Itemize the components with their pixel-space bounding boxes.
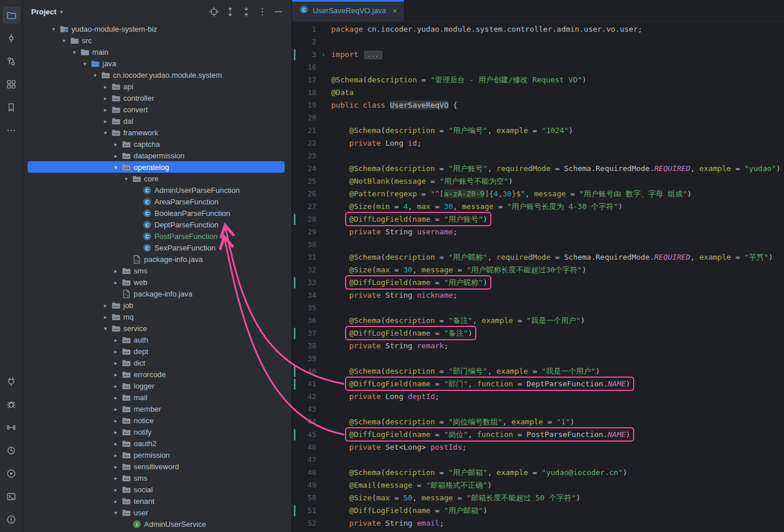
line-number[interactable]: 16 [292, 61, 327, 74]
tree-item-yudao-module-system-biz[interactable]: ▾yudao-module-system-biz [23, 23, 291, 35]
code-line[interactable]: 49 @Email(message = "邮箱格式不正确") [292, 479, 784, 492]
fold-indicator-icon[interactable]: › [321, 48, 325, 61]
tree-item-package-info-java[interactable]: package-info.java [23, 253, 291, 265]
chevron-right-icon[interactable]: ▸ [111, 429, 121, 435]
tree-item-adminuserservice[interactable]: IAdminUserService [23, 518, 291, 530]
code-line-text[interactable]: @Schema(description = "岗位编号数组", example … [327, 416, 784, 428]
more-icon[interactable] [3, 121, 20, 139]
chevron-down-icon[interactable]: ▾ [100, 130, 111, 136]
line-number[interactable]: 46 [292, 441, 327, 454]
tree-item-datapermission[interactable]: ▸datapermission [23, 150, 291, 161]
tree-item-tenant[interactable]: ▸tenant [23, 495, 291, 507]
tree-item-captcha[interactable]: ▸captcha [23, 138, 291, 150]
code-line-text[interactable]: @Size(max = 30, message = "用户昵称长度不能超过30个… [327, 264, 784, 276]
chevron-right-icon[interactable]: ▸ [111, 348, 121, 355]
line-number[interactable]: 42 [292, 390, 327, 403]
line-number[interactable]: 21 [292, 124, 327, 137]
tree-item-cn-iocoder-yudao-module-system[interactable]: ▾cn.iocoder.yudao.module.system [23, 69, 291, 81]
tree-item-sms[interactable]: ▸sms [23, 265, 291, 276]
line-number[interactable]: 26 [292, 188, 327, 200]
chevron-right-icon[interactable]: ▸ [111, 452, 121, 458]
build-icon[interactable] [3, 419, 20, 436]
tab-usersavereqvo-java[interactable]: C UserSaveReqVO.java × [292, 0, 404, 21]
code-line-text[interactable]: import ... [327, 48, 784, 61]
code-line[interactable]: 2 [292, 36, 784, 48]
chevron-right-icon[interactable]: ▸ [111, 360, 121, 366]
tree-item-permission[interactable]: ▸permission [23, 449, 291, 461]
code-line-text[interactable] [327, 454, 784, 466]
project-view-selector[interactable]: Project ▾ [31, 7, 63, 16]
close-icon[interactable]: × [392, 6, 397, 16]
chevron-right-icon[interactable]: ▸ [100, 107, 111, 113]
code-line-text[interactable]: @Pattern(regexp = "^[a-zA-Z0-9]{4,30}$",… [327, 188, 784, 200]
code-line[interactable]: 17@Schema(description = "管理后台 - 用户创建/修改 … [292, 74, 784, 86]
code-line[interactable]: 52 private String email; [292, 517, 784, 530]
line-number[interactable]: 3› [292, 48, 327, 61]
tree-item-core[interactable]: ▾core [23, 173, 291, 184]
line-number[interactable]: 30 [292, 238, 327, 251]
tree-item-deptparsefunction[interactable]: CDeptParseFunction [23, 219, 291, 230]
tree-item-auth[interactable]: ▸auth [23, 334, 291, 345]
tree-item-oauth2[interactable]: ▸oauth2 [23, 438, 291, 449]
code-line-text[interactable]: @DiffLogField(name = "岗位", function = Po… [327, 428, 784, 441]
line-number[interactable]: 37 [292, 327, 327, 340]
code-line[interactable]: 44 @Schema(description = "岗位编号数组", examp… [292, 416, 784, 428]
tree-item-areaparsefunction[interactable]: CAreaParseFunction [23, 196, 291, 207]
chevron-right-icon[interactable]: ▸ [111, 337, 121, 343]
line-number[interactable]: 2 [292, 36, 327, 48]
code-line-text[interactable]: @Schema(description = "部门编号", example = … [327, 365, 784, 378]
chevron-right-icon[interactable]: ▸ [111, 406, 121, 412]
code-line-text[interactable]: private String username; [327, 226, 784, 238]
code-line[interactable]: 32 @Size(max = 30, message = "用户昵称长度不能超过… [292, 264, 784, 276]
tree-item-booleanparsefunction[interactable]: CBooleanParseFunction [23, 207, 291, 219]
chevron-right-icon[interactable]: ▸ [100, 118, 111, 124]
services-icon[interactable] [3, 373, 20, 390]
code-line[interactable]: 36 @Schema(description = "备注", example =… [292, 314, 784, 327]
code-line-text[interactable] [327, 36, 784, 48]
line-number[interactable]: 44 [292, 416, 327, 428]
tree-item-web[interactable]: ▸web [23, 276, 291, 288]
code-line-text[interactable]: private String email; [327, 517, 784, 530]
tree-item-sexparsefunction[interactable]: CSexParseFunction [23, 242, 291, 253]
line-number[interactable]: 38 [292, 340, 327, 352]
chevron-right-icon[interactable]: ▸ [111, 371, 121, 378]
kebab-icon[interactable] [257, 7, 267, 17]
code-line-text[interactable]: private Set<Long> postIds; [327, 441, 784, 454]
code-line[interactable]: 22 private Long id; [292, 137, 784, 150]
line-number[interactable]: 47 [292, 454, 327, 466]
code-line-text[interactable]: @NotBlank(message = "用户账号不能为空") [327, 175, 784, 188]
line-number[interactable]: 18 [292, 86, 327, 99]
code-line-text[interactable]: package cn.iocoder.yudao.module.system.c… [327, 23, 784, 36]
code-line-text[interactable]: private Long id; [327, 137, 784, 150]
code-line-text[interactable] [327, 150, 784, 162]
line-number[interactable]: 17 [292, 74, 327, 86]
line-number[interactable]: 28 [292, 213, 327, 226]
bookmarks-icon[interactable] [3, 98, 20, 116]
tree-item-dept[interactable]: ▸dept [23, 345, 291, 357]
chevron-down-icon[interactable]: ▾ [111, 164, 121, 170]
tree-item-social[interactable]: ▸social [23, 484, 291, 495]
terminal-icon[interactable] [3, 488, 20, 505]
code-line[interactable]: 42 private Long deptId; [292, 390, 784, 403]
tree-item-postparsefunction[interactable]: CPostParseFunction [23, 230, 291, 242]
chevron-down-icon[interactable]: ▾ [69, 49, 79, 55]
code-line-text[interactable] [327, 112, 784, 124]
code-line-text[interactable]: @Data [327, 86, 784, 99]
code-line-text[interactable]: @Schema(description = "用户邮箱", example = … [327, 466, 784, 479]
line-number[interactable]: 33 [292, 276, 327, 289]
expand-all-icon[interactable] [225, 7, 235, 17]
chevron-right-icon[interactable]: ▸ [111, 440, 121, 447]
line-number[interactable]: 31 [292, 251, 327, 264]
code-line[interactable]: 40 @Schema(description = "部门编号", example… [292, 365, 784, 378]
code-line[interactable]: 50 @Size(max = 50, message = "邮箱长度不能超过 5… [292, 492, 784, 504]
tree-item-logger[interactable]: ▸logger [23, 380, 291, 392]
code-line-text[interactable]: @Schema(description = "管理后台 - 用户创建/修改 Re… [327, 74, 784, 86]
chevron-right-icon[interactable]: ▸ [111, 487, 121, 493]
line-number[interactable]: 20 [292, 112, 327, 124]
tree-item-convert[interactable]: ▸convert [23, 104, 291, 115]
tree-item-dal[interactable]: ▸dal [23, 115, 291, 127]
line-number[interactable]: 49 [292, 479, 327, 492]
code-line-text[interactable]: private String nickname; [327, 289, 784, 302]
line-number[interactable]: 35 [292, 302, 327, 314]
tree-item-errorcode[interactable]: ▸errorcode [23, 368, 291, 380]
